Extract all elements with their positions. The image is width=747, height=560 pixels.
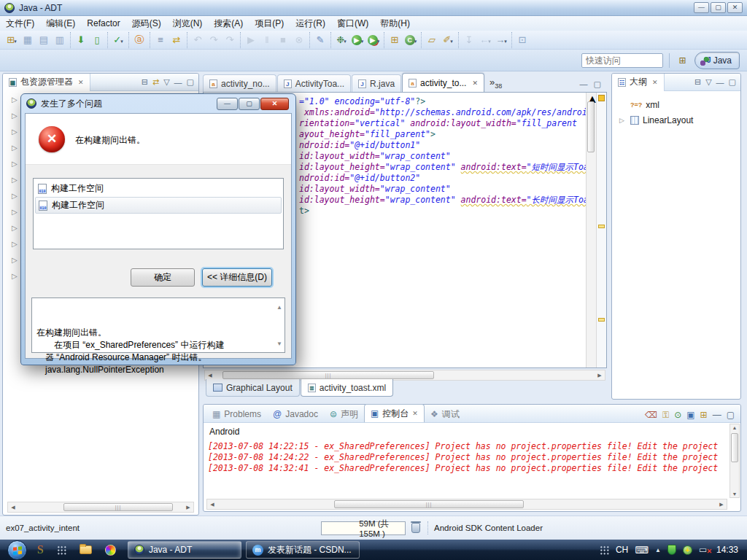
new-android-xml-icon[interactable]: ⓐ (132, 33, 147, 47)
minimize-view-icon[interactable]: — (713, 410, 721, 420)
menu-item-R[interactable]: 运行(R) (290, 16, 331, 31)
trace-icon[interactable]: ⇄ (169, 33, 184, 47)
android-sdk-manager-icon[interactable]: ⬇ (74, 33, 88, 47)
tray-grid-icon[interactable] (600, 545, 609, 555)
editor-tab-activity_no[interactable]: aactivity_no... (203, 74, 276, 92)
chevron-right-icon[interactable]: ▷ (12, 240, 18, 248)
warning-marker[interactable] (598, 318, 605, 322)
search-element-icon[interactable]: ✐▾ (441, 33, 455, 47)
menu-item-P[interactable]: 项目(P) (249, 16, 290, 31)
maximize-view-icon[interactable]: ▢ (187, 77, 194, 87)
run-garbage-collector-icon[interactable] (411, 523, 420, 533)
clock[interactable]: 14:33 (716, 545, 738, 555)
collapse-all-icon[interactable]: ⊟ (142, 77, 148, 87)
taskbar-button-csdn[interactable]: m发表新话题 - CSDN... (246, 541, 360, 559)
editor-tab-ActivityToa[interactable]: JActivityToa... (277, 74, 351, 92)
last-edit-location-icon[interactable]: ↧ (462, 33, 476, 47)
sort-view-icon[interactable]: ≡ (153, 33, 168, 47)
run-external-icon[interactable]: ▶▾ (366, 33, 381, 47)
forward-history-icon[interactable]: →▾ (494, 33, 508, 47)
page-tab-activity_toastxml[interactable]: ≣activity_toast.xml (301, 379, 393, 397)
tab-outline[interactable]: ☷ 大纲 ✕ (612, 74, 665, 91)
chevron-right-icon[interactable]: ▷ (12, 176, 18, 184)
minimize-view-icon[interactable]: — (716, 78, 724, 87)
open-type-icon[interactable]: ▱ (425, 33, 439, 47)
open-perspective-button[interactable]: ⊞ (676, 53, 690, 68)
maximize-view-icon[interactable]: ▢ (729, 77, 736, 87)
chevron-right-icon[interactable]: ▷ (12, 192, 18, 200)
save-icon[interactable]: ▦ (20, 33, 35, 47)
launcher-grid-icon[interactable] (57, 545, 66, 555)
close-tab-icon[interactable]: ✕ (412, 410, 418, 417)
menu-item-H[interactable]: 帮助(H) (374, 16, 416, 31)
step-return-icon[interactable]: ↶ (190, 33, 205, 47)
start-button[interactable] (7, 540, 27, 560)
chevron-right-icon[interactable]: ▷ (12, 96, 18, 104)
outline-item-LinearLayout[interactable]: ▷LinearLayout (619, 112, 740, 128)
tray-expand-icon[interactable]: ▲ (655, 547, 661, 553)
java-perspective-button[interactable]: Java (694, 52, 740, 69)
overview-ruler[interactable] (596, 93, 606, 368)
app-s-icon[interactable]: S (37, 543, 44, 556)
menu-item-S[interactable]: 源码(S) (126, 16, 167, 31)
avd-manager-icon[interactable]: ▯ (90, 33, 104, 47)
chevron-right-icon[interactable]: ▷ (12, 128, 18, 136)
console-tab-控制台[interactable]: ▣控制台✕ (364, 404, 425, 422)
minimize-button[interactable]: — (694, 2, 709, 13)
console-tab-声明[interactable]: ⊜声明 (324, 406, 364, 422)
chevron-right-icon[interactable]: ▷ (619, 117, 627, 124)
console-hscrollbar[interactable]: ◀ ||| ▶ (206, 499, 727, 510)
menu-item-Refactor[interactable]: Refactor (81, 17, 125, 30)
link-with-editor-icon[interactable]: ⊡ (515, 33, 530, 47)
antivirus-shield-icon[interactable] (667, 545, 676, 555)
problem-list-item[interactable]: 构建工作空间 (35, 197, 282, 214)
chevron-right-icon[interactable]: ▷ (12, 256, 18, 264)
taskbar-button-eclipse[interactable]: Java - ADT (128, 541, 241, 559)
details-button[interactable]: << 详细信息(D) (202, 268, 272, 287)
language-indicator[interactable]: CH (616, 545, 628, 555)
resume-icon[interactable]: ▶ (244, 33, 258, 47)
disconnect-icon[interactable]: ⊗ (292, 33, 306, 47)
chevron-right-icon[interactable]: ▷ (12, 272, 18, 280)
new-java-project-icon[interactable]: ⊞ (387, 33, 402, 47)
problem-list-item[interactable]: 构建工作空间 (35, 180, 282, 197)
chevron-right-icon[interactable]: ▷ (12, 160, 18, 168)
maximize-view-icon[interactable]: ▢ (594, 79, 601, 89)
link-with-editor-icon[interactable]: ⇄ (152, 77, 159, 87)
debug-icon[interactable]: ❉▾ (334, 33, 349, 47)
mark-occurrences-icon[interactable]: ✎ (313, 33, 328, 47)
chevron-right-icon[interactable]: ▷ (12, 224, 18, 232)
quick-access-input[interactable] (581, 53, 663, 68)
menu-item-W[interactable]: 窗口(W) (331, 16, 374, 31)
view-menu-icon[interactable]: ▽ (163, 77, 169, 87)
dialog-close-button[interactable]: ✕ (260, 98, 289, 110)
keyboard-icon[interactable]: ⌨ (635, 545, 649, 556)
redo-check-icon[interactable]: ↷ (222, 33, 237, 47)
view-menu-icon[interactable]: ▽ (705, 77, 711, 87)
dialog-minimize-button[interactable]: — (217, 98, 238, 110)
console-tab-调试[interactable]: ❖调试 (425, 406, 465, 422)
editor-vscrollbar[interactable]: ▲ (586, 93, 596, 368)
editor-tab-activity_to[interactable]: aactivity_to...✕ (402, 73, 484, 92)
minimize-view-icon[interactable]: — (174, 78, 182, 87)
close-button[interactable]: ✕ (727, 2, 743, 13)
browser-pinwheel-icon[interactable] (105, 545, 116, 556)
tab-package-explorer[interactable]: ▦ 包资源管理器 ✕ (3, 74, 90, 91)
console-tab-Javadoc[interactable]: @Javadoc (267, 406, 324, 422)
scroll-lock-icon[interactable]: ⚿ (662, 410, 669, 420)
chevron-right-icon[interactable]: ▷ (12, 144, 18, 152)
health-icon[interactable]: + (683, 545, 692, 555)
console-vscrollbar[interactable]: ▲ ▼ (729, 424, 740, 498)
ok-button[interactable]: 确定 (131, 268, 195, 287)
chevron-right-icon[interactable]: ▷ (12, 112, 18, 120)
terminate-icon[interactable]: ■ (276, 33, 290, 47)
undo-check-icon[interactable]: ↷ (206, 33, 221, 47)
explorer-hscrollbar[interactable]: ◀ ||| ▶ (7, 502, 194, 513)
lint-check-icon[interactable]: ✓▾ (111, 33, 125, 47)
display-console-icon[interactable]: ▣ (686, 410, 694, 420)
run-icon[interactable]: ▶▾ (350, 33, 365, 47)
close-view-icon[interactable]: ✕ (652, 79, 658, 86)
remove-launch-icon[interactable]: ⌫ (645, 410, 657, 420)
suspend-icon[interactable]: ‖ (260, 33, 274, 47)
menu-item-A[interactable]: 搜索(A) (208, 16, 249, 31)
